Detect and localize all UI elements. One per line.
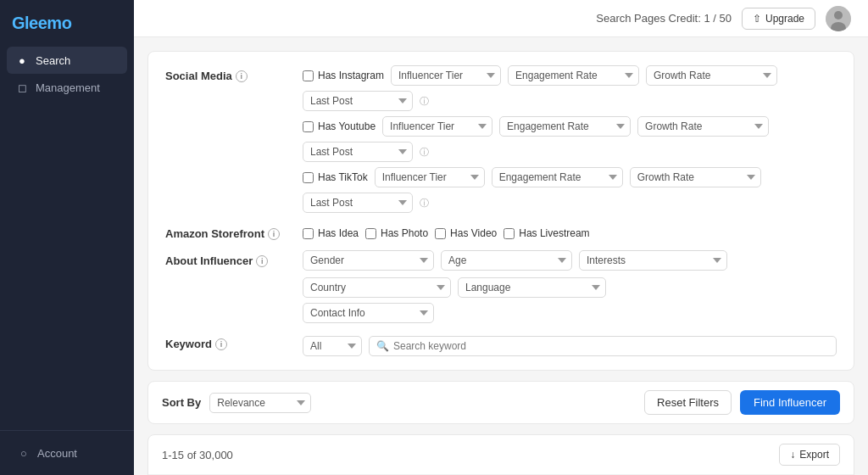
app-logo: Gleemo: [0, 0, 134, 43]
filter-card: Social Media i Has Instagram Influencer …: [147, 51, 854, 371]
youtube-growth-select[interactable]: Growth Rate: [637, 116, 769, 137]
amazon-controls: Has Idea Has Photo Has Video Has Livestr…: [303, 223, 590, 239]
sidebar-nav: ● Search ◻ Management: [0, 43, 134, 430]
social-media-info-icon: i: [236, 70, 248, 82]
account-label: Account: [37, 447, 77, 460]
topbar: Search Pages Credit: 1 / 50 ⇧ Upgrade: [134, 0, 868, 37]
export-button[interactable]: ↓ Export: [779, 444, 840, 466]
has-tiktok-checkbox[interactable]: Has TikTok: [303, 171, 368, 183]
tiktok-last-post-info: ⓘ: [420, 197, 429, 210]
instagram-growth-select[interactable]: Growth Rate: [646, 65, 777, 86]
instagram-filter-row: Has Instagram Influencer Tier Engagement…: [303, 65, 837, 86]
sort-right: Reset Filters Find Influencer: [644, 390, 840, 415]
upgrade-label: Upgrade: [765, 13, 804, 25]
has-photo-checkbox[interactable]: Has Photo: [365, 227, 428, 239]
about-controls: Gender Age Interests Country Language: [303, 250, 837, 323]
amazon-info-icon: i: [268, 228, 280, 240]
has-idea-checkbox[interactable]: Has Idea: [303, 227, 359, 239]
livestream-checkbox-input[interactable]: [504, 228, 515, 239]
amazon-storefront-row: Amazon Storefront i Has Idea Has Photo H…: [165, 223, 837, 240]
keyword-type-select[interactable]: All: [303, 336, 362, 356]
instagram-last-post-info: ⓘ: [420, 95, 429, 108]
video-checkbox-input[interactable]: [435, 228, 446, 239]
social-media-label: Social Media i: [165, 65, 292, 82]
instagram-checkbox-input[interactable]: [303, 70, 314, 81]
social-media-controls: Has Instagram Influencer Tier Engagement…: [303, 65, 837, 213]
keyword-label: Keyword i: [165, 333, 292, 350]
about-influencer-row: About Influencer i Gender Age Interests: [165, 250, 837, 323]
upgrade-button[interactable]: ⇧ Upgrade: [742, 8, 815, 30]
youtube-checkbox-input[interactable]: [303, 121, 314, 132]
sidebar: Gleemo ● Search ◻ Management ○ Account: [0, 0, 134, 475]
instagram-last-post-row: Last Post ⓘ: [303, 91, 837, 111]
credit-text: Search Pages Credit: 1 / 50: [596, 12, 732, 25]
youtube-last-post-select[interactable]: Last Post: [303, 142, 413, 162]
account-icon: ○: [17, 446, 31, 460]
content-area: Social Media i Has Instagram Influencer …: [134, 37, 868, 475]
youtube-last-post-row: Last Post ⓘ: [303, 142, 837, 162]
svg-point-1: [834, 11, 843, 20]
tiktok-filter-row: Has TikTok Influencer Tier Engagement Ra…: [303, 167, 837, 187]
has-instagram-checkbox[interactable]: Has Instagram: [303, 70, 384, 81]
interests-select[interactable]: Interests: [579, 250, 727, 271]
export-icon: ↓: [790, 449, 795, 461]
has-video-checkbox[interactable]: Has Video: [435, 227, 497, 239]
upgrade-icon: ⇧: [753, 13, 761, 25]
sort-left: Sort By Relevance: [162, 393, 311, 413]
sort-select[interactable]: Relevance: [209, 393, 311, 413]
has-youtube-checkbox[interactable]: Has Youtube: [303, 120, 376, 132]
youtube-tier-select[interactable]: Influencer Tier: [382, 116, 492, 137]
find-influencer-button[interactable]: Find Influencer: [740, 390, 840, 415]
sidebar-bottom: ○ Account: [0, 430, 134, 475]
keyword-row: Keyword i All 🔍: [165, 333, 837, 356]
avatar[interactable]: [826, 6, 851, 31]
country-select[interactable]: Country: [303, 277, 451, 298]
sidebar-item-management[interactable]: ◻ Management: [7, 74, 127, 101]
tiktok-tier-select[interactable]: Influencer Tier: [375, 167, 485, 187]
keyword-search-box[interactable]: 🔍: [369, 336, 837, 356]
gender-select[interactable]: Gender: [303, 250, 434, 271]
social-media-row: Social Media i Has Instagram Influencer …: [165, 65, 837, 213]
keyword-search-icon: 🔍: [376, 340, 389, 352]
about-row2: Contact Info: [303, 303, 837, 323]
results-card: 1-15 of 30,000 ↓ Export Influencer Name …: [147, 434, 854, 475]
tiktok-engagement-select[interactable]: Engagement Rate: [492, 167, 623, 187]
keyword-info-icon: i: [215, 338, 227, 350]
export-label: Export: [799, 449, 829, 461]
amazon-label: Amazon Storefront i: [165, 223, 292, 240]
tiktok-growth-select[interactable]: Growth Rate: [630, 167, 761, 187]
search-icon: ●: [15, 53, 29, 67]
youtube-filter-row: Has Youtube Influencer Tier Engagement R…: [303, 116, 837, 137]
sidebar-item-search-label: Search: [36, 54, 70, 67]
about-info-icon: i: [256, 255, 268, 267]
youtube-engagement-select[interactable]: Engagement Rate: [499, 116, 631, 137]
sort-by-label: Sort By: [162, 396, 201, 409]
instagram-tier-select[interactable]: Influencer Tier: [391, 65, 501, 86]
language-select[interactable]: Language: [458, 277, 606, 298]
age-select[interactable]: Age: [441, 250, 572, 271]
about-influencer-label: About Influencer i: [165, 250, 292, 267]
about-row1: Gender Age Interests Country Language: [303, 250, 837, 298]
idea-checkbox-input[interactable]: [303, 228, 314, 239]
tiktok-last-post-row: Last Post ⓘ: [303, 193, 837, 213]
tiktok-last-post-select[interactable]: Last Post: [303, 193, 413, 213]
account-item[interactable]: ○ Account: [8, 441, 125, 465]
youtube-last-post-info: ⓘ: [420, 146, 429, 159]
keyword-controls: All 🔍: [303, 333, 837, 356]
instagram-last-post-select[interactable]: Last Post: [303, 91, 413, 111]
folder-icon: ◻: [15, 81, 29, 94]
sidebar-item-management-label: Management: [36, 81, 100, 94]
photo-checkbox-input[interactable]: [365, 228, 376, 239]
sort-bar: Sort By Relevance Reset Filters Find Inf…: [147, 381, 854, 424]
reset-filters-button[interactable]: Reset Filters: [644, 390, 732, 415]
sidebar-item-search[interactable]: ● Search: [7, 47, 127, 74]
keyword-search-input[interactable]: [393, 340, 829, 352]
results-header: 1-15 of 30,000 ↓ Export: [148, 435, 854, 475]
main-area: Search Pages Credit: 1 / 50 ⇧ Upgrade So…: [134, 0, 868, 475]
results-count: 1-15 of 30,000: [162, 449, 233, 461]
has-livestream-checkbox[interactable]: Has Livestream: [504, 227, 589, 239]
tiktok-checkbox-input[interactable]: [303, 172, 314, 183]
contact-info-select[interactable]: Contact Info: [303, 303, 434, 323]
instagram-engagement-select[interactable]: Engagement Rate: [508, 65, 639, 86]
